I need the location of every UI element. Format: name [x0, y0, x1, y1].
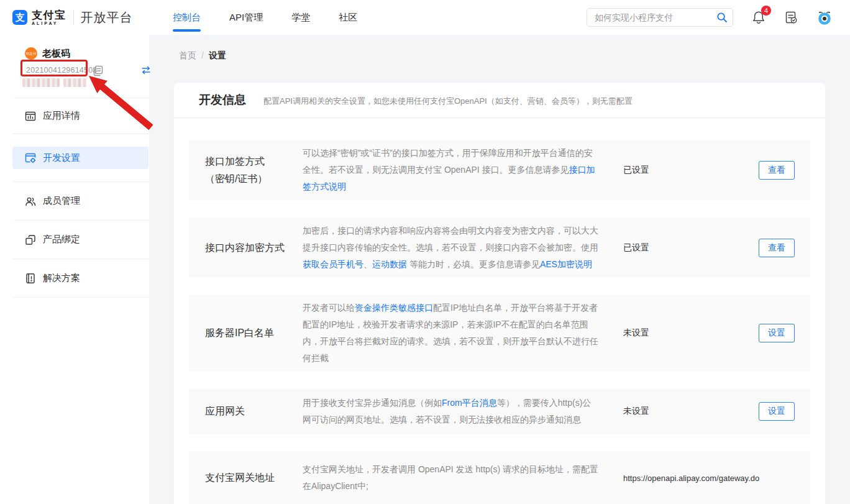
row-description: 支付宝网关地址，开发者调用 OpenAPI 发送 http(s) 请求的目标地址… — [303, 461, 623, 495]
ant-avatar-icon[interactable] — [816, 9, 833, 25]
settings-row-4: 支付宝网关地址支付宝网关地址，开发者调用 OpenAPI 发送 http(s) … — [189, 452, 810, 504]
row-action-cell: 查看 — [759, 239, 795, 257]
row-status: 未设置 — [623, 328, 759, 339]
row-description: 可以选择“密钥”或“证书”的接口加签方式，用于保障应用和开放平台通信的安全性。若… — [303, 145, 623, 195]
app-id: 2021004129614508 — [26, 66, 97, 75]
row-description: 用于接收支付宝异步通知消息（例如From平台消息等），需要传入http(s)公网… — [303, 395, 623, 428]
members-icon — [25, 196, 36, 207]
search-icon[interactable] — [716, 12, 728, 25]
row-status: 已设置 — [623, 242, 759, 254]
inline-link[interactable]: 运动数据 — [372, 259, 407, 269]
app-avatar: 码支付 — [25, 47, 37, 60]
dev-info-card: 开发信息 配置API调用相关的安全设置，如您未使用任何支付宝OpenAPI（如支… — [174, 83, 825, 504]
platform-name: 开放平台 — [81, 9, 133, 26]
card-header: 开发信息 配置API调用相关的安全设置，如您未使用任何支付宝OpenAPI（如支… — [174, 83, 825, 118]
topnav-item-3[interactable]: 社区 — [339, 0, 357, 35]
sidebar-item-label: 应用详情 — [43, 110, 80, 122]
inline-link[interactable]: AES加密说明 — [540, 259, 592, 269]
settings-row-1: 接口内容加密方式加密后，接口的请求内容和响应内容将会由明文内容变为密文内容，可以… — [189, 218, 810, 278]
app-name: 老板码 — [42, 47, 70, 60]
sidebar-item-label: 成员管理 — [43, 195, 80, 207]
breadcrumb-current: 设置 — [209, 50, 226, 60]
product-binding-icon — [25, 234, 36, 245]
notifications-button[interactable]: 4 — [752, 10, 765, 25]
row-label: 应用网关 — [205, 403, 303, 420]
section-title: 开发信息 — [199, 92, 246, 108]
app-info: 码支付 老板码 2021004129614508 — [0, 35, 149, 98]
row-status: 已设置 — [623, 165, 759, 176]
inline-link[interactable]: 获取会员手机号 — [303, 259, 363, 269]
searchbox — [587, 8, 733, 27]
alipay-logo-icon: 支 — [12, 10, 27, 25]
row-action-button[interactable]: 设置 — [759, 324, 795, 342]
app-detail-icon — [25, 111, 36, 122]
content-area: 首页/设置 开发信息 配置API调用相关的安全设置，如您未使用任何支付宝Open… — [149, 35, 850, 504]
logo-divider — [73, 11, 74, 24]
row-description: 加密后，接口的请求内容和响应内容将会由明文内容变为密文内容，可以大大提升接口内容… — [303, 222, 623, 273]
inline-link[interactable]: 资金操作类敏感接口 — [355, 303, 433, 313]
settings-row-3: 应用网关用于接收支付宝异步通知消息（例如From平台消息等），需要传入http(… — [189, 388, 810, 434]
alipay-logo[interactable]: 支 支付宝 ALIPAY 开放平台 — [12, 0, 133, 35]
brand-text: 支付宝 ALIPAY — [32, 10, 66, 25]
topbar: 支 支付宝 ALIPAY 开放平台 控制台API管理学堂社区 4 — [0, 0, 850, 35]
switch-app-icon[interactable] — [141, 65, 151, 78]
dev-settings-icon — [25, 152, 36, 163]
sidebar-item-3[interactable]: 产品绑定 — [0, 221, 149, 259]
topnav-item-1[interactable]: API管理 — [229, 0, 263, 35]
sidebar-item-1[interactable]: 开发设置 — [0, 134, 149, 181]
sidebar-item-4[interactable]: 解决方案 — [0, 259, 149, 297]
row-label: 支付宝网关地址 — [205, 469, 303, 487]
solutions-icon — [25, 273, 36, 284]
sidebar-item-2[interactable]: 成员管理 — [0, 182, 149, 220]
row-status: 未设置 — [623, 406, 759, 417]
notification-badge: 4 — [761, 6, 771, 16]
sidebar-menu: 应用详情开发设置成员管理产品绑定解决方案 — [0, 98, 149, 298]
sidebar-item-label: 解决方案 — [43, 272, 80, 284]
row-description: 开发者可以给资金操作类敏感接口配置IP地址白名单，开放平台将基于开发者配置的IP… — [303, 300, 623, 367]
row-action-cell: 设置 — [759, 402, 795, 421]
row-action-cell: 设置 — [759, 324, 795, 342]
gateway-url-value: https://openapi.alipay.com/gateway.do — [623, 474, 759, 483]
breadcrumb: 首页/设置 — [179, 50, 226, 62]
search-input[interactable] — [587, 8, 733, 27]
inline-link[interactable]: From平台消息 — [442, 398, 497, 408]
top-navigation: 控制台API管理学堂社区 — [173, 0, 357, 35]
redacted-text — [22, 78, 86, 87]
row-label: 接口加签方式（密钥/证书） — [205, 153, 303, 188]
sidebar: 码支付 老板码 2021004129614508 应用详情开发设置成员管理产品绑… — [0, 35, 149, 504]
brand-cn: 支付宝 — [32, 10, 66, 21]
settings-rows: 接口加签方式（密钥/证书）可以选择“密钥”或“证书”的接口加签方式，用于保障应用… — [174, 118, 825, 504]
settings-row-2: 服务器IP白名单开发者可以给资金操作类敏感接口配置IP地址白名单，开放平台将基于… — [189, 295, 810, 371]
brand-en: ALIPAY — [32, 21, 58, 25]
row-label: 服务器IP白名单 — [205, 324, 303, 342]
row-action-button[interactable]: 设置 — [759, 402, 795, 421]
settings-row-0: 接口加签方式（密钥/证书）可以选择“密钥”或“证书”的接口加签方式，用于保障应用… — [189, 140, 810, 200]
sidebar-item-label: 开发设置 — [43, 152, 80, 164]
row-action-button[interactable]: 查看 — [759, 239, 795, 257]
breadcrumb-home[interactable]: 首页 — [179, 50, 196, 60]
section-description: 配置API调用相关的安全设置，如您未使用任何支付宝OpenAPI（如支付、营销、… — [263, 96, 633, 107]
row-label: 接口内容加密方式 — [205, 239, 303, 257]
row-action-button[interactable]: 查看 — [759, 161, 795, 180]
topbar-right: 4 — [587, 0, 833, 35]
row-action-cell: 查看 — [759, 161, 795, 180]
sidebar-item-label: 产品绑定 — [43, 234, 80, 245]
topnav-item-0[interactable]: 控制台 — [173, 0, 201, 35]
menu-divider — [12, 297, 149, 298]
copy-icon[interactable] — [93, 65, 103, 79]
sidebar-item-0[interactable]: 应用详情 — [0, 98, 149, 134]
document-check-icon[interactable] — [784, 11, 798, 24]
breadcrumb-separator: / — [201, 50, 204, 60]
topnav-item-2[interactable]: 学堂 — [291, 0, 310, 35]
